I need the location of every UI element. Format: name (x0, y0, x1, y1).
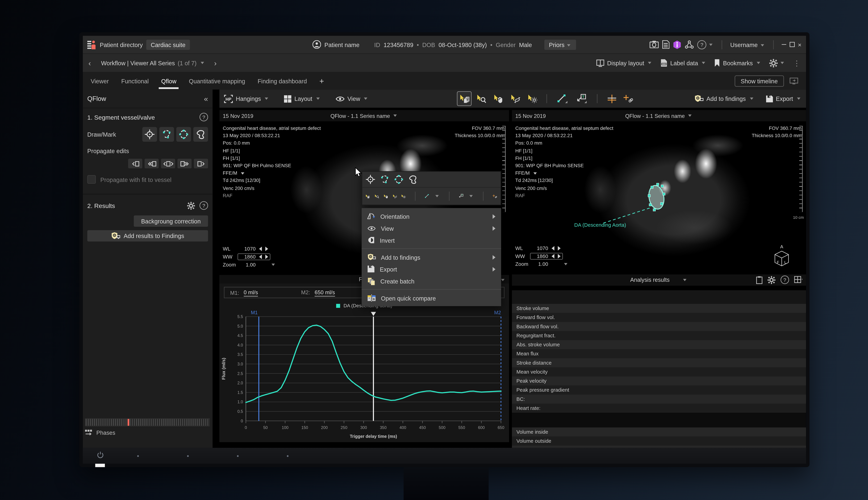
tab-functional[interactable]: Functional (121, 73, 149, 89)
propagate-to-first-button[interactable] (128, 159, 142, 168)
add-tab-button[interactable]: + (319, 76, 324, 85)
breadcrumb[interactable]: Workflow | Viewer All Series (101, 59, 175, 66)
pan-cursor-icon[interactable] (384, 192, 388, 200)
bookmarks-menu[interactable]: Bookmarks (715, 59, 761, 67)
annotation-tool[interactable]: T (573, 91, 591, 106)
decrease-ww-button[interactable] (551, 254, 554, 258)
increase-ww-button[interactable] (265, 254, 268, 259)
propagate-right-all-button[interactable] (178, 159, 192, 168)
analysis-row[interactable]: Volume outside (512, 436, 806, 445)
results-settings-gear-icon[interactable] (187, 202, 195, 209)
freehand-contour-icon[interactable] (380, 175, 390, 184)
maximize-button[interactable] (789, 42, 795, 47)
phases-current-marker[interactable] (128, 419, 129, 426)
help-menu[interactable]: ? (697, 40, 714, 49)
viewport-right[interactable]: 15 Nov 2019 QFlow - 1.1 Series name (512, 110, 806, 272)
tab-quantitative-mapping[interactable]: Quantitative mapping (189, 73, 245, 89)
table-view-icon[interactable] (794, 276, 803, 283)
increase-wl-button[interactable] (265, 247, 268, 251)
tab-qflow[interactable]: Qflow (161, 73, 176, 89)
propagate-fit-checkbox[interactable] (87, 175, 96, 184)
m1-value[interactable]: 0 ml/s (244, 289, 258, 296)
measure-tool[interactable] (554, 91, 571, 106)
gear-icon[interactable] (767, 276, 776, 284)
phases-slider[interactable]: Phases (85, 418, 210, 436)
minimize-button[interactable] (781, 44, 786, 45)
series-selector[interactable]: QFlow - 1.1 Series name (331, 113, 398, 119)
pan-tool[interactable] (491, 91, 506, 106)
analysis-row[interactable]: Mean flux (512, 349, 806, 358)
help-icon[interactable]: ? (199, 201, 208, 210)
chevron-down-icon[interactable] (435, 195, 439, 197)
wl-value[interactable]: 1070 (240, 246, 255, 252)
ww-value[interactable]: 1860 (532, 253, 548, 259)
analysis-row[interactable]: Abs. stroke volume (512, 340, 806, 349)
username-menu[interactable]: Username (730, 41, 765, 48)
help-icon[interactable]: ? (199, 113, 208, 121)
m2-value[interactable]: 650 ml/s (315, 289, 335, 296)
increase-ww-button[interactable] (558, 254, 561, 258)
forward-button[interactable]: › (214, 59, 216, 67)
settings-menu[interactable] (769, 59, 785, 67)
export-menu[interactable]: Export (766, 95, 801, 102)
analysis-row[interactable]: Regurgitant fract. (512, 331, 806, 340)
display-layout-menu[interactable]: Display layout (596, 59, 653, 67)
chevron-down-icon[interactable] (201, 62, 204, 64)
sync-link-tool[interactable] (621, 91, 636, 106)
menu-item-orientation[interactable]: Orientation (362, 210, 501, 222)
rotate-cursor-icon[interactable] (392, 192, 397, 200)
menu-item-export[interactable]: Export (362, 263, 501, 275)
analysis-row[interactable]: Heart rate: (512, 403, 806, 412)
analysis-row[interactable]: Mean velocity (512, 367, 806, 376)
link-icon[interactable] (492, 192, 497, 200)
share-icon[interactable] (685, 40, 694, 49)
browse-tool-selected[interactable] (457, 91, 472, 106)
analysis-row[interactable]: Stroke distance (512, 358, 806, 367)
window-level-cursor-icon[interactable] (401, 192, 406, 200)
analysis-row[interactable]: Backward flow vol. (512, 322, 806, 331)
menu-item-create-batch[interactable]: Create batch (362, 275, 501, 287)
collapse-sidebar-button[interactable]: « (204, 94, 208, 103)
zoom-value[interactable]: 1.00 (532, 261, 548, 267)
snapshot-camera-icon[interactable] (650, 41, 659, 48)
patient-directory-tab[interactable]: Patient directory (100, 41, 143, 48)
layout-menu[interactable]: Layout (284, 95, 321, 102)
clipboard-icon[interactable] (756, 276, 763, 284)
analysis-row[interactable]: Peak velocity (512, 376, 806, 385)
help-icon[interactable]: ? (780, 275, 789, 284)
cardiac-suite-tab[interactable]: Cardiac suite (146, 39, 190, 50)
lasso-tool[interactable] (193, 127, 208, 142)
background-correction-button[interactable]: Backgroung correction (134, 215, 208, 227)
tab-viewer[interactable]: Viewer (91, 73, 109, 89)
analysis-row[interactable]: Stroke volume (512, 304, 806, 313)
ellipse-contour-icon[interactable] (394, 175, 404, 184)
reference-lines-tool[interactable] (604, 91, 619, 106)
mark-point-tool[interactable] (142, 127, 157, 142)
increase-wl-button[interactable] (558, 246, 561, 250)
add-to-findings-menu[interactable]: Add to findings (695, 95, 754, 103)
chevron-down-icon[interactable] (469, 195, 473, 197)
decrease-wl-button[interactable] (551, 246, 554, 250)
zoom-tool[interactable] (474, 91, 489, 106)
analysis-row[interactable]: Maximum velocity (512, 445, 806, 448)
crosshair-icon[interactable] (366, 175, 375, 184)
analysis-row[interactable]: Volume inside (512, 427, 806, 436)
view-menu[interactable]: View (335, 95, 369, 102)
menu-item-invert[interactable]: Invert (362, 234, 501, 246)
window-level-tool[interactable] (525, 91, 540, 106)
wl-value[interactable]: 1070 (532, 245, 548, 251)
analysis-row[interactable]: BC: (512, 394, 806, 403)
ww-value[interactable]: 1860 (240, 254, 255, 260)
zoom-cursor-icon[interactable] (375, 192, 379, 200)
zoom-value[interactable]: 1.00 (240, 262, 255, 268)
ellipse-contour-tool[interactable] (176, 127, 191, 142)
analysis-row[interactable]: Forward flow vol. (512, 313, 806, 322)
phases-track[interactable] (85, 418, 210, 427)
tab-finding-dashboard[interactable]: Finding dashboard (258, 73, 307, 89)
flux-chart[interactable]: 00.51.01.52.02.53.03.54.04.55.05.5050100… (219, 309, 509, 442)
priors-button[interactable]: Priors (545, 39, 576, 50)
ruler-icon[interactable] (424, 192, 430, 201)
label-data-menu[interactable]: Label data (661, 59, 707, 67)
propagate-left-all-button[interactable] (145, 159, 159, 168)
freehand-contour-tool[interactable] (159, 127, 174, 142)
